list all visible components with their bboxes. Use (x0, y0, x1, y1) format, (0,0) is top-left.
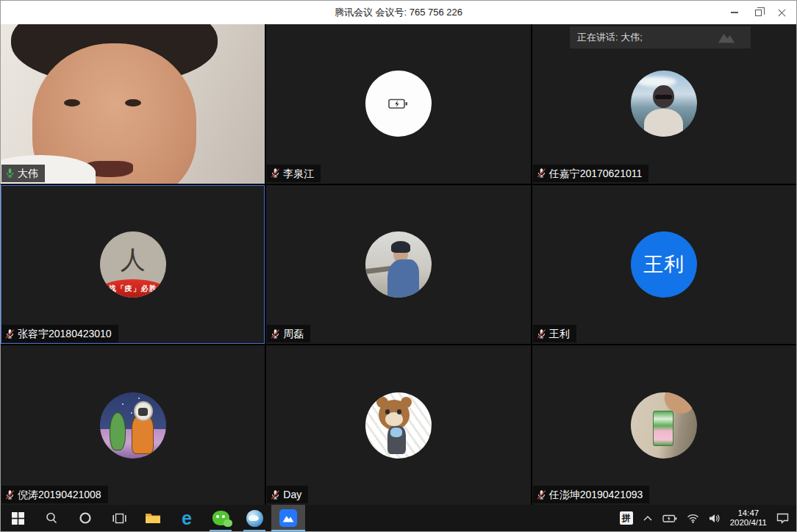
hidden-icons-button[interactable] (643, 514, 653, 522)
participant-name: 王利 (549, 327, 570, 340)
running-indicator (243, 530, 265, 531)
windows-start-icon (12, 512, 24, 525)
tencent-meeting-window: 腾讯会议 会议号: 765 756 226 大伟 (0, 0, 797, 532)
mic-muted-icon (536, 489, 547, 500)
avatar-banner: 战「疫」必胜 (100, 279, 166, 298)
avatar (365, 231, 432, 298)
tencent-meeting-icon (279, 509, 297, 527)
avatar-initials: 王利 (643, 251, 685, 278)
running-indicator (271, 530, 305, 531)
participant-name: Day (283, 488, 301, 501)
name-tag: 大伟 (1, 165, 45, 182)
avatar-character: 人 (121, 243, 146, 277)
edge-icon: e (182, 509, 192, 528)
mic-muted-icon (4, 489, 15, 500)
wechat-button[interactable] (204, 505, 237, 531)
tile-zhangrongyu[interactable]: 人 战「疫」必胜 张容宇20180423010 (1, 185, 265, 345)
start-button[interactable] (1, 505, 35, 531)
meeting-stage: 大伟 李泉江 (1, 24, 796, 505)
name-tag: 张容宇20180423010 (1, 325, 118, 342)
wechat-icon (212, 511, 229, 525)
wifi-status[interactable] (687, 514, 699, 523)
battery-status[interactable] (662, 514, 677, 523)
now-speaking-banner: 正在讲话: 大伟; (570, 26, 751, 48)
participant-name: 任嘉宁20170621011 (549, 167, 643, 180)
action-center-button[interactable] (776, 513, 789, 524)
clock-date: 2020/4/11 (730, 518, 767, 528)
avatar (365, 392, 432, 459)
name-tag: 李泉江 (267, 165, 321, 182)
file-explorer-button[interactable] (136, 505, 170, 531)
tile-liquanjiang[interactable]: 李泉江 (266, 24, 530, 184)
system-tray: 拼 (620, 505, 796, 531)
title-bar: 腾讯会议 会议号: 765 756 226 (1, 1, 796, 24)
mic-muted-icon (4, 328, 15, 339)
avatar (631, 71, 697, 137)
clock-time: 14:47 (730, 508, 767, 518)
window-title: 腾讯会议 会议号: 765 756 226 (335, 6, 462, 19)
chevron-up-icon (643, 514, 653, 522)
tile-zhoulei[interactable]: 周磊 (266, 185, 530, 345)
task-view-icon (112, 512, 126, 525)
avatar: 人 战「疫」必胜 (100, 231, 166, 298)
participant-name: 李泉江 (283, 167, 314, 180)
now-speaking-label: 正在讲话: 大伟; (577, 31, 710, 44)
participant-name: 张容宇20180423010 (18, 327, 112, 340)
participant-name: 倪涛20190421008 (18, 488, 101, 501)
cortana-icon (79, 511, 92, 525)
wifi-icon (687, 514, 699, 523)
webcam-video (1, 24, 265, 184)
name-tag: Day (267, 486, 308, 503)
mic-muted-icon (536, 168, 547, 179)
taskbar-clock[interactable]: 14:47 2020/4/11 (730, 508, 767, 528)
search-icon (45, 511, 58, 525)
name-tag: 任澎坤20190421093 (533, 486, 650, 503)
tile-day[interactable]: Day (266, 345, 530, 505)
volume-status[interactable] (709, 514, 721, 523)
close-button[interactable] (770, 1, 793, 24)
close-icon (778, 9, 786, 17)
participant-name: 大伟 (18, 167, 38, 180)
running-indicator (210, 530, 232, 531)
tile-dawei[interactable]: 大伟 (1, 24, 265, 184)
mic-muted-icon (270, 168, 281, 179)
speaker-icon (709, 514, 721, 523)
tile-renpengkun[interactable]: 任澎坤20190421093 (532, 345, 796, 505)
action-center-icon (776, 513, 789, 524)
name-tag: 任嘉宁20170621011 (533, 165, 649, 182)
restore-icon (755, 10, 762, 16)
window-controls (723, 1, 793, 24)
battery-charging-icon (388, 98, 408, 109)
ime-pinyin-label: 拼 (620, 511, 633, 525)
blue-globe-app-button[interactable] (237, 505, 271, 531)
blue-globe-app-icon (246, 510, 263, 527)
participant-name: 周磊 (283, 327, 304, 340)
name-tag: 倪涛20190421008 (1, 486, 108, 503)
mic-muted-icon (270, 328, 281, 339)
name-tag: 王利 (533, 325, 576, 342)
cortana-button[interactable] (68, 505, 102, 531)
minimize-button[interactable] (723, 1, 746, 24)
name-tag: 周磊 (267, 325, 310, 342)
task-view-button[interactable] (102, 505, 136, 531)
participant-grid: 大伟 李泉江 (1, 24, 796, 505)
tile-wangli[interactable]: 王利 王利 (532, 185, 796, 345)
mic-on-icon (4, 168, 15, 179)
restore-button[interactable] (746, 1, 770, 24)
mic-muted-icon (270, 489, 281, 500)
ime-indicator[interactable]: 拼 (620, 511, 633, 525)
file-explorer-icon (145, 511, 161, 525)
tencent-meeting-taskbar-button[interactable] (271, 505, 305, 531)
edge-button[interactable]: e (170, 505, 204, 531)
windows-taskbar: e 拼 (1, 505, 796, 531)
search-button[interactable] (35, 505, 68, 531)
battery-charging-icon (662, 514, 677, 523)
participant-name: 任澎坤20190421093 (549, 488, 643, 501)
avatar (631, 392, 697, 459)
avatar (365, 71, 432, 137)
minimize-icon (731, 12, 738, 12)
tencent-meeting-watermark-icon (710, 29, 743, 46)
mic-muted-icon (536, 328, 547, 339)
tile-nitao[interactable]: 倪涛20190421008 (1, 345, 265, 505)
avatar (100, 392, 166, 459)
